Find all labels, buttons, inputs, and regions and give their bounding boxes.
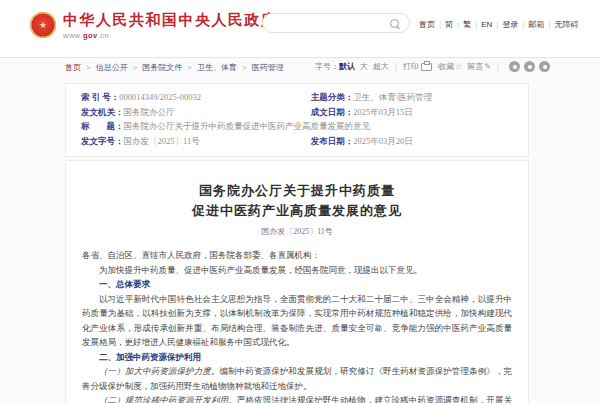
- breadcrumb-info-disclosure[interactable]: 信息公开: [96, 63, 143, 72]
- search-icon[interactable]: [390, 19, 399, 28]
- paragraph-item-1: （一）加大中药资源保护力度。编制中药资源保护和发展规划，研究修订《野生药材资源保…: [82, 364, 512, 393]
- meta-value-publish-date: 2025年03月20日: [353, 134, 413, 149]
- comment-button[interactable]: 留言: [467, 61, 483, 72]
- meta-row: 标 题：国务院办公厅关于提升中药质量促进中医药产业高质量发展的意见: [66, 119, 528, 134]
- favorite-button[interactable]: 收藏: [438, 61, 454, 72]
- paragraph-salutation: 各省、自治区、直辖市人民政府，国务院各部委、各直属机构：: [82, 248, 512, 263]
- nav-login[interactable]: 登录: [502, 20, 528, 29]
- meta-label-doc-number: 发文字号：: [81, 134, 124, 149]
- meta-row: 发文字号：国办发〔2025〕11号 发布日期：2025年03月20日: [66, 134, 528, 149]
- meta-value-index: 000014349/2025-00032: [119, 90, 201, 105]
- site-url-mid: gov: [83, 31, 98, 40]
- meta-label-issuer: 发文机关：: [81, 105, 124, 120]
- paragraph-item-2: （二）规范珍稀中药资源开发利用。严格依照法律法规保护野生动植物，建立珍稀中药资源…: [82, 393, 512, 403]
- paragraph: 为加快提升中药质量、促进中医药产业高质量发展，经国务院同意，现提出以下意见。: [82, 263, 512, 278]
- meta-label-index: 索 引 号：: [81, 90, 119, 105]
- article-toolbar: 字号： 默认 大 超大 | 打印 收藏 ☆ 留言 ✎ |: [315, 61, 550, 72]
- font-size-xlarge[interactable]: 超大: [373, 61, 389, 72]
- top-nav: 首页简繁EN登录邮箱无障碍: [419, 19, 587, 30]
- paragraph: 以习近平新时代中国特色社会主义思想为指导，全面贯彻党的二十大和二十届二中、三中全…: [82, 292, 512, 350]
- breadcrumb-medicine-admin[interactable]: 医药管理: [252, 63, 294, 72]
- logo-text: 中华人民共和国中央人民政府 www.gov.cn: [63, 12, 278, 40]
- emblem-star: ★: [39, 21, 47, 30]
- meta-value-issuer: 国务院办公厅: [124, 105, 175, 120]
- breadcrumb-state-council-docs[interactable]: 国务院文件: [142, 63, 197, 72]
- site-url-suffix: .cn: [98, 31, 110, 40]
- font-size-large[interactable]: 大: [360, 61, 368, 72]
- toolbar-divider: |: [395, 62, 397, 71]
- page-body: 首页信息公开国务院文件卫生、体育医药管理 字号： 默认 大 超大 | 打印 收藏…: [0, 58, 600, 403]
- site-header: ★ 中华人民共和国中央人民政府 www.gov.cn 首页简繁EN登录邮箱无障碍: [0, 0, 600, 58]
- search-box[interactable]: [262, 13, 410, 33]
- breadcrumb-home[interactable]: 首页: [65, 63, 96, 72]
- meta-value-doc-number: 国办发〔2025〕11号: [124, 134, 200, 149]
- pencil-icon[interactable]: ✎: [484, 62, 491, 71]
- document-meta-box: 索 引 号：000014349/2025-00032 主题分类：卫生、体育\医药…: [65, 83, 529, 157]
- meta-label-category: 主题分类：: [311, 90, 354, 105]
- item-lead: （二）规范珍稀中药资源开发利用。: [99, 395, 237, 403]
- site-url: www.gov.cn: [63, 31, 278, 40]
- meta-value-title: 国务院办公厅关于提升中药质量促进中医药产业高质量发展的意见: [124, 119, 371, 134]
- section-heading-2: 二、加强中药资源保护利用: [82, 350, 512, 365]
- document-title: 国务院办公厅关于提升中药质量 促进中医药产业高质量发展的意见: [82, 181, 512, 221]
- meta-row: 索 引 号：000014349/2025-00032 主题分类：卫生、体育\医药…: [66, 90, 528, 105]
- nav-mail[interactable]: 邮箱: [529, 20, 555, 29]
- meta-value-category: 卫生、体育\医药管理: [353, 90, 432, 105]
- national-emblem-icon: ★: [30, 12, 56, 38]
- document-body: 各省、自治区、直辖市人民政府，国务院各部委、各直属机构： 为加快提升中药质量、促…: [82, 248, 512, 403]
- meta-row: 发文机关：国务院办公厅 成文日期：2025年03月15日: [66, 105, 528, 120]
- document-content-box: 国务院办公厅关于提升中药质量 促进中医药产业高质量发展的意见 国办发〔2025〕…: [65, 160, 529, 403]
- wechat-share-icon[interactable]: [509, 61, 520, 72]
- site-url-prefix: www.: [63, 31, 83, 40]
- nav-english[interactable]: EN: [481, 20, 502, 29]
- section-heading-1: 一、总体要求: [82, 277, 512, 292]
- nav-home[interactable]: 首页: [419, 20, 445, 29]
- nav-traditional[interactable]: 繁: [463, 20, 481, 29]
- nav-accessibility[interactable]: 无障碍: [555, 20, 587, 29]
- toolbar-divider: |: [497, 62, 499, 71]
- weibo-share-icon[interactable]: [524, 61, 535, 72]
- site-name: 中华人民共和国中央人民政府: [63, 12, 278, 29]
- meta-label-publish-date: 发布日期：: [311, 134, 354, 149]
- printer-icon[interactable]: [421, 63, 432, 71]
- meta-value-written-date: 2025年03月15日: [353, 105, 413, 120]
- site-logo[interactable]: ★ 中华人民共和国中央人民政府 www.gov.cn: [30, 12, 278, 40]
- print-button[interactable]: 打印: [403, 61, 419, 72]
- meta-label-written-date: 成文日期：: [311, 105, 354, 120]
- font-size-default[interactable]: 默认: [339, 61, 355, 72]
- share-buttons: [505, 61, 550, 72]
- document-title-line2: 促进中医药产业高质量发展的意见: [82, 201, 512, 221]
- font-size-label: 字号：: [315, 61, 339, 72]
- item-lead: （一）加大中药资源保护力度。: [99, 366, 220, 376]
- breadcrumb-health-sports[interactable]: 卫生、体育: [197, 63, 252, 72]
- star-icon[interactable]: ☆: [455, 62, 462, 71]
- nav-simplified[interactable]: 简: [445, 20, 463, 29]
- document-title-line1: 国务院办公厅关于提升中药质量: [82, 181, 512, 201]
- meta-label-title: 标 题：: [81, 119, 124, 134]
- search-input[interactable]: [273, 16, 392, 32]
- breadcrumb: 首页信息公开国务院文件卫生、体育医药管理: [65, 62, 294, 73]
- document-number: 国办发〔2025〕11号: [82, 226, 512, 237]
- more-share-icon[interactable]: [539, 61, 550, 72]
